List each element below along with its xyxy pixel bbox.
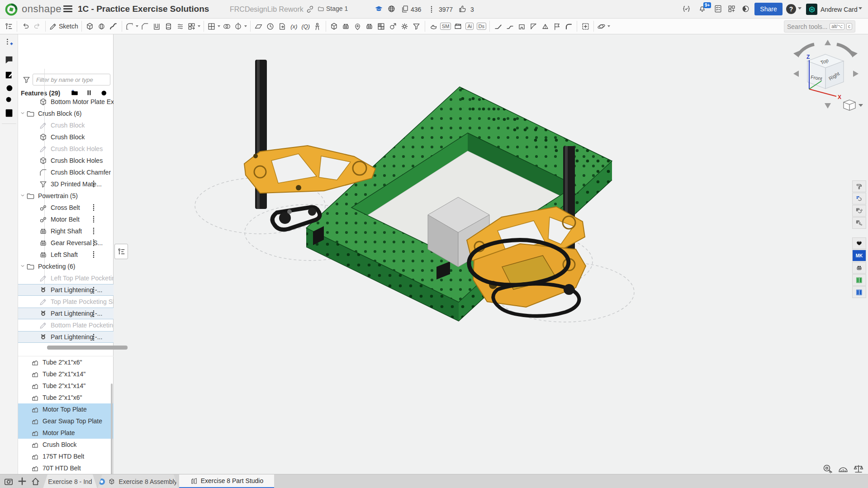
rotate-ccw-arrowhead[interactable] — [793, 51, 800, 57]
chevron-down-icon[interactable] — [20, 192, 26, 199]
sm-cut-button[interactable] — [516, 20, 527, 33]
view-menu-caret-icon[interactable] — [859, 104, 863, 107]
filter-icon[interactable] — [22, 76, 31, 84]
theme-mask-icon[interactable] — [741, 5, 750, 13]
configurations-panel-tab[interactable] — [852, 205, 866, 217]
fs-search-button[interactable]: (Q) — [300, 20, 312, 33]
user-caret-icon[interactable] — [859, 7, 862, 9]
feature-script-check-icon[interactable] — [682, 5, 691, 13]
workspace-chip[interactable]: Stage 1 — [318, 5, 348, 12]
extrude-button[interactable] — [84, 20, 96, 33]
drag-handle-icon[interactable] — [92, 215, 95, 223]
dropdown-caret-icon[interactable] — [136, 25, 138, 27]
chevron-down-icon[interactable] — [20, 322, 26, 329]
drag-handle-icon[interactable] — [92, 204, 95, 212]
feature-tree-item[interactable]: Crush Block Holes — [18, 143, 114, 155]
appearance-panel-tab[interactable] — [852, 180, 866, 192]
ds-feature-button[interactable]: Ds — [475, 20, 487, 33]
isometric-view-button[interactable] — [844, 100, 855, 110]
revolve-button[interactable] — [96, 20, 108, 33]
sm-bend-relief-button[interactable] — [539, 20, 551, 33]
linear-pattern-button[interactable] — [186, 20, 201, 33]
feature-tree-item[interactable]: Powertrain (5) — [18, 190, 114, 202]
chamfer-button[interactable] — [139, 20, 151, 33]
tab-exercise8-ind[interactable]: Exercise 8 - Ind — [43, 474, 97, 488]
tab-exercise8-part-studio[interactable]: Exercise 8 Part Studio — [179, 474, 274, 488]
feature-tree-item[interactable]: Right Shaft — [18, 225, 114, 237]
copies-icon[interactable] — [401, 5, 409, 13]
shell-button[interactable] — [151, 20, 163, 33]
chevron-down-icon[interactable] — [20, 98, 26, 105]
arrow-right[interactable] — [853, 71, 859, 77]
notifications-button[interactable]: 9+ — [698, 4, 707, 13]
learning-center-icon[interactable] — [375, 5, 383, 13]
plane-button[interactable] — [253, 20, 265, 33]
comments-icon[interactable] — [4, 55, 14, 65]
part-list-item[interactable]: Crush Block — [18, 439, 114, 450]
view-cube[interactable]: Top Front Right Z X — [782, 35, 868, 112]
part-list-item[interactable]: 70T HTD Belt — [18, 462, 114, 474]
library-green-tab[interactable] — [852, 274, 866, 286]
user-name[interactable]: Andrew Card — [821, 6, 858, 13]
arrow-down[interactable] — [825, 103, 831, 109]
drag-handle-icon[interactable] — [92, 286, 95, 294]
brand-name[interactable]: onshape — [22, 3, 62, 15]
undo-button[interactable] — [19, 20, 31, 33]
public-document-icon[interactable] — [387, 5, 396, 13]
menu-icon[interactable] — [63, 5, 72, 13]
part-list-item[interactable]: Tube 2"x1"x6" — [18, 356, 114, 368]
chevron-down-icon[interactable] — [20, 298, 26, 305]
chevron-down-icon[interactable] — [20, 169, 26, 176]
chevron-down-icon[interactable] — [20, 145, 26, 152]
feature-tree-item[interactable]: 3D Printed Mate... — [18, 178, 114, 190]
feature-tree-item[interactable]: Left Shaft — [18, 249, 114, 261]
hole-button[interactable] — [163, 20, 175, 33]
feature-tree-item[interactable]: Part Lightening -... — [18, 331, 114, 343]
cut-list-icon[interactable] — [4, 108, 14, 118]
properties-panel-tab[interactable] — [852, 217, 866, 229]
arrow-up[interactable] — [825, 40, 831, 45]
tab-search-icon[interactable] — [4, 477, 14, 487]
drag-handle-icon[interactable] — [92, 239, 95, 247]
sm-finish-button[interactable] — [551, 20, 563, 33]
chevron-down-icon[interactable] — [20, 122, 26, 129]
origin-button[interactable] — [579, 20, 591, 33]
feature-tree-item[interactable]: Left Top Plate Pocketing — [18, 272, 114, 284]
feature-tree-item[interactable]: Motor Belt — [18, 213, 114, 225]
boolean-button[interactable] — [221, 20, 233, 33]
redo-button[interactable] — [31, 20, 43, 33]
protractor-icon[interactable] — [838, 464, 849, 474]
chevron-down-icon[interactable] — [20, 333, 26, 341]
part-list-item[interactable]: Tube 2"x1"x14" — [18, 380, 114, 392]
notes-icon[interactable] — [4, 70, 14, 80]
sm-tube-button[interactable] — [563, 20, 574, 33]
sweep-button[interactable] — [108, 20, 119, 33]
dropdown-caret-icon[interactable] — [607, 25, 610, 27]
split-button[interactable] — [233, 20, 248, 33]
feature-settings-button[interactable] — [399, 20, 411, 33]
named-position-button[interactable] — [352, 20, 364, 33]
avatar[interactable] — [806, 4, 817, 15]
chevron-down-icon[interactable] — [20, 239, 26, 246]
3d-viewport[interactable] — [0, 0, 868, 488]
sketch-button[interactable]: Sketch — [48, 20, 79, 33]
mate-connector-button[interactable] — [312, 20, 323, 33]
expand-panel-button[interactable] — [114, 244, 128, 259]
part-list-item[interactable]: Tube 2"x1"x14" — [18, 368, 114, 380]
custom-feature-button[interactable] — [364, 20, 375, 33]
part-list-item[interactable]: Gear Swap Top Plate — [18, 415, 114, 427]
part-list-item[interactable]: 175T HTD Belt — [18, 450, 114, 462]
overflow-dots-icon[interactable] — [430, 5, 433, 14]
ai-feature-button[interactable]: Ai — [464, 20, 475, 33]
drag-handle-icon[interactable] — [92, 227, 95, 235]
horizontal-scrollbar[interactable] — [47, 346, 128, 350]
part-list-item[interactable]: Motor Plate — [18, 427, 114, 439]
onshape-logo-icon[interactable] — [5, 3, 18, 16]
torque-button[interactable] — [387, 20, 399, 33]
robot-app-tab[interactable] — [852, 262, 866, 274]
feature-tree-item[interactable]: Pocketing (6) — [18, 261, 114, 272]
home-icon[interactable] — [31, 477, 40, 486]
drag-handle-icon[interactable] — [92, 251, 95, 259]
feature-list-toggle[interactable] — [3, 20, 14, 33]
flat-pattern-button[interactable] — [452, 20, 464, 33]
